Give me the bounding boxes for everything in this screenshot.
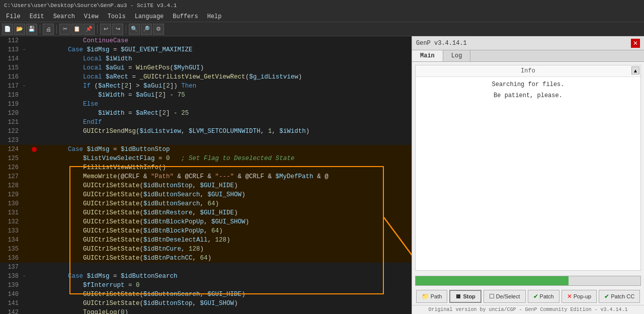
menu-file[interactable]: File <box>2 12 25 21</box>
code-content-127: MemoWrite(@CRLF & "Path" & @CRLF & "---"… <box>38 172 412 181</box>
patch-label: Patch <box>540 293 554 299</box>
menu-bar: File Edit Search View Tools Language Buf… <box>0 11 644 22</box>
genp-progress-fill <box>416 276 569 285</box>
menu-tools[interactable]: Tools <box>104 12 130 21</box>
code-content-113: Case $idMsg = $GUI_EVENT_MAXIMIZE <box>38 45 412 54</box>
stop-icon: ⏹ <box>455 293 461 300</box>
fold-138[interactable]: − <box>23 274 31 279</box>
toolbar-save[interactable]: 💾 <box>26 24 37 35</box>
line-num-113: 113 <box>0 46 23 53</box>
menu-help[interactable]: Help <box>203 12 226 21</box>
toolbar-sep3 <box>97 25 98 34</box>
code-line-116: 116 Local $aRect = _GUICtrlListView_GetV… <box>0 72 412 82</box>
line-num-115: 115 <box>0 64 23 71</box>
code-line-125: 125 $ListViewSelectFlag = 0 ; Set Flag t… <box>0 154 412 163</box>
toolbar-macro[interactable]: ⚙ <box>153 24 164 35</box>
toolbar-sep2 <box>56 25 57 34</box>
toolbar-sep4 <box>126 25 126 34</box>
title-text: C:\Users\user\Desktop\Source\GenP.au3 - … <box>4 3 177 9</box>
fold-113[interactable]: − <box>23 47 31 53</box>
genp-scroll-up[interactable]: ▲ <box>631 66 639 74</box>
code-line-139: 139 $fInterrupt = 0 <box>0 281 412 290</box>
fold-117[interactable]: − <box>23 84 31 89</box>
code-line-112: 112 ContinueCase <box>0 36 412 45</box>
patchcc-icon: ✔ <box>604 293 609 300</box>
path-button[interactable]: 📁 Path <box>416 290 448 303</box>
toolbar-findnext[interactable]: 🔎 <box>141 24 152 35</box>
menu-buffers[interactable]: Buffers <box>169 12 202 21</box>
line-num-118: 118 <box>0 92 23 99</box>
code-line-135: 135 GUICtrlSetState($idBtnCure, 128) <box>0 245 412 254</box>
toolbar: 📄 📂 💾 🖨 ✂ 📋 📌 ↩ ↪ 🔍 🔎 ⚙ <box>0 22 644 36</box>
code-line-130: 130 GUICtrlSetState($idButtonSearch, 64) <box>0 199 412 208</box>
line-num-128: 128 <box>0 182 23 189</box>
line-num-114: 114 <box>0 55 23 62</box>
code-line-119: 119 Else <box>0 100 412 109</box>
code-content-122: GUICtrlSendMsg($idListview, $LVM_SETCOLU… <box>38 127 412 136</box>
menu-search[interactable]: Search <box>49 12 79 21</box>
code-content-134: GUICtrlSetState($idBtnDeselectAll, 128) <box>38 236 412 245</box>
code-line-120: 120 $iWidth = $aRect[2] - 25 <box>0 109 412 118</box>
genp-close-button[interactable]: ✕ <box>631 39 640 48</box>
toolbar-print[interactable]: 🖨 <box>43 24 54 35</box>
deselect-label: De/Select <box>496 293 520 299</box>
code-content-114: Local $iWidth <box>38 54 412 63</box>
patch-button[interactable]: ✔ Patch <box>528 290 559 303</box>
code-line-117: 117 − If ($aRect[2] > $aGui[2]) Then <box>0 82 412 91</box>
genp-progress-bar <box>415 276 641 286</box>
genp-info-area: Info ▲ Searching for files. Be patient, … <box>415 65 641 271</box>
code-line-137: 137 <box>0 263 412 272</box>
code-line-118: 118 $iWidth = $aGui[2] - 75 <box>0 91 412 100</box>
line-num-116: 116 <box>0 73 23 81</box>
code-content-136: GUICtrlSetState($idBtnPatchCC, 64) <box>38 254 412 263</box>
code-content-129: GUICtrlSetState($idButtonSearch, $GUI_SH… <box>38 190 412 199</box>
code-content-117: If ($aRect[2] > $aGui[2]) Then <box>38 82 412 91</box>
code-line-129: 129 GUICtrlSetState($idButtonSearch, $GU… <box>0 190 412 199</box>
tab-log[interactable]: Log <box>443 50 471 61</box>
toolbar-open[interactable]: 📂 <box>14 24 25 35</box>
code-line-122: 122 GUICtrlSendMsg($idListview, $LVM_SET… <box>0 127 412 136</box>
menu-view[interactable]: View <box>80 12 103 21</box>
menu-language[interactable]: Language <box>131 12 168 21</box>
toolbar-paste[interactable]: 📌 <box>84 24 95 35</box>
line-num-121: 121 <box>0 119 23 126</box>
menu-edit[interactable]: Edit <box>26 12 48 21</box>
code-line-133: 133 GUICtrlSetState($idBtnBlockPopUp, 64… <box>0 226 412 236</box>
code-line-131: 131 GUICtrlSetState($idBtnRestore, $GUI_… <box>0 208 412 217</box>
line-num-132: 132 <box>0 218 23 225</box>
patch-icon: ✔ <box>533 293 538 300</box>
code-line-132: 132 GUICtrlSetState($idBtnBlockPopUp, $G… <box>0 217 412 226</box>
toolbar-copy[interactable]: 📋 <box>71 24 83 35</box>
code-content-135: GUICtrlSetState($idBtnCure, 128) <box>38 245 412 254</box>
path-label: Path <box>431 293 442 299</box>
code-line-136: 136 GUICtrlSetState($idBtnPatchCC, 64) <box>0 254 412 263</box>
code-line-123: 123 <box>0 136 412 145</box>
tab-main[interactable]: Main <box>412 50 443 61</box>
genp-main-content: Info ▲ Searching for files. Be patient, … <box>412 62 644 314</box>
stop-button[interactable]: ⏹ Stop <box>449 290 481 303</box>
code-editor[interactable]: 112 ContinueCase 113 − Case $idMsg = $GU… <box>0 36 412 314</box>
line-num-127: 127 <box>0 173 23 180</box>
line-num-123: 123 <box>0 137 23 144</box>
popup-button[interactable]: ✕ Pop-up <box>561 290 597 303</box>
line-num-134: 134 <box>0 237 23 244</box>
toolbar-undo[interactable]: ↩ <box>100 24 111 35</box>
patchcc-button[interactable]: ✔ Patch CC <box>599 290 640 303</box>
code-content-115: Local $aGui = WinGetPos($MyhGUI) <box>38 63 412 72</box>
line-num-130: 130 <box>0 200 23 207</box>
code-line-113: 113 − Case $idMsg = $GUI_EVENT_MAXIMIZE <box>0 45 412 54</box>
code-content-116: Local $aRect = _GUICtrlListView_GetViewR… <box>38 72 412 82</box>
line-num-119: 119 <box>0 101 23 108</box>
toolbar-find[interactable]: 🔍 <box>129 24 140 35</box>
line-num-141: 141 <box>0 300 23 307</box>
code-line-140: 140 GUICtrlSetState($idButtonSearch, $GU… <box>0 290 412 299</box>
toolbar-redo[interactable]: ↪ <box>112 24 123 35</box>
deselect-button[interactable]: ☐ De/Select <box>484 290 526 303</box>
toolbar-new[interactable]: 📄 <box>2 24 13 35</box>
toolbar-cut[interactable]: ✂ <box>59 24 70 35</box>
code-content-121: EndIf <box>38 118 412 127</box>
code-content-141: GUICtrlSetState($idButtonStop, $GUI_SHOW… <box>38 299 412 308</box>
genp-patient-text: Be patient, please. <box>416 90 640 101</box>
line-num-137: 137 <box>0 264 23 271</box>
bp-124 <box>31 147 38 152</box>
